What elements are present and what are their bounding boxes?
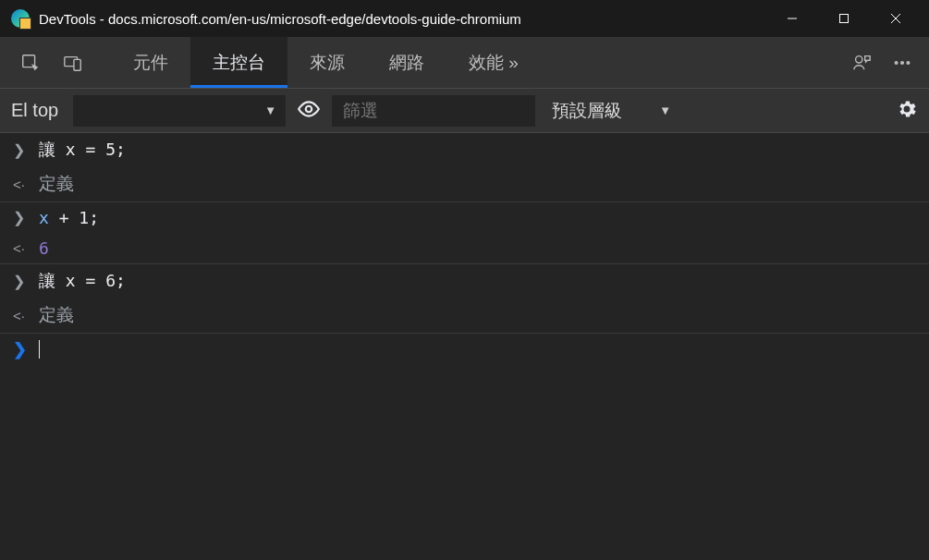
text-cursor (39, 340, 40, 359)
console-input-text: x + 1; (39, 208, 99, 227)
prompt-marker-icon: ❯ (13, 339, 28, 359)
output-marker-icon: <· (13, 308, 28, 323)
token-rest: + 1; (49, 208, 99, 227)
more-options-icon[interactable] (885, 45, 920, 80)
devtools-tabbar: 元件 主控台 來源 網路 效能 » (0, 37, 929, 89)
input-marker-icon: ❯ (13, 141, 28, 159)
output-marker-icon: <· (13, 240, 28, 256)
tab-performance-label: 效能 » (469, 51, 519, 75)
tab-elements-label: 元件 (133, 51, 168, 75)
tab-console-label: 主控台 (213, 51, 265, 75)
chevron-down-icon: ▼ (659, 103, 671, 117)
svg-point-10 (907, 61, 910, 64)
console-input-text: 讓 x = 6; (39, 270, 126, 292)
console-output: ❯ 讓 x = 5; <· 定義 ❯ x + 1; <· 6 ❯ 讓 x = 6… (0, 133, 929, 560)
live-expression-icon[interactable] (297, 97, 321, 125)
console-settings-icon[interactable] (896, 98, 918, 124)
svg-point-7 (856, 55, 862, 62)
tab-performance-more[interactable]: 效能 » (446, 37, 541, 88)
context-select[interactable]: ▼ (73, 95, 286, 127)
console-output-text: 定義 (39, 303, 74, 327)
device-toolbar-icon[interactable] (57, 47, 89, 79)
console-input-row: ❯ 讓 x = 5; (0, 133, 929, 166)
console-prompt-row[interactable]: ❯ (0, 334, 929, 365)
svg-rect-1 (840, 15, 849, 23)
window-minimize-button[interactable] (766, 0, 818, 37)
window-titlebar: DevTools - docs.microsoft.com/en-us/micr… (0, 0, 929, 37)
console-input-text: 讓 x = 5; (39, 139, 126, 161)
tab-network-label: 網路 (389, 51, 424, 75)
tab-console[interactable]: 主控台 (190, 37, 287, 88)
log-level-label: 預設層級 (552, 99, 622, 123)
app-icon (11, 9, 30, 28)
console-output-row: <· 定義 (0, 298, 929, 334)
svg-point-9 (901, 61, 904, 64)
input-marker-icon: ❯ (13, 273, 28, 290)
tab-network[interactable]: 網路 (367, 37, 446, 88)
console-input-row: ❯ 讓 x = 6; (0, 264, 929, 298)
output-marker-icon: <· (13, 177, 28, 192)
console-output-text: 6 (39, 238, 49, 258)
tab-sources[interactable]: 來源 (287, 37, 367, 88)
svg-rect-6 (74, 59, 80, 70)
chevron-down-icon: ▼ (264, 103, 276, 117)
input-marker-icon: ❯ (13, 209, 28, 226)
svg-point-8 (895, 61, 898, 64)
inspect-element-icon[interactable] (15, 47, 46, 79)
console-output-row: <· 定義 (0, 166, 929, 202)
console-output-row: <· 6 (0, 233, 929, 264)
console-input-row: ❯ x + 1; (0, 202, 929, 233)
log-level-select[interactable]: 預設層級 ▼ (546, 99, 677, 123)
filter-input[interactable] (332, 95, 535, 127)
feedback-icon[interactable] (844, 45, 879, 80)
console-output-text: 定義 (39, 172, 74, 196)
tab-elements[interactable]: 元件 (111, 37, 190, 88)
token-variable: x (39, 208, 49, 227)
window-close-button[interactable] (870, 0, 922, 37)
context-label: El top (11, 100, 58, 121)
tab-sources-label: 來源 (310, 51, 345, 75)
window-maximize-button[interactable] (818, 0, 870, 37)
svg-point-11 (306, 105, 312, 112)
window-title: DevTools - docs.microsoft.com/en-us/micr… (39, 11, 766, 27)
console-controlbar: El top ▼ 預設層級 ▼ (0, 89, 929, 133)
